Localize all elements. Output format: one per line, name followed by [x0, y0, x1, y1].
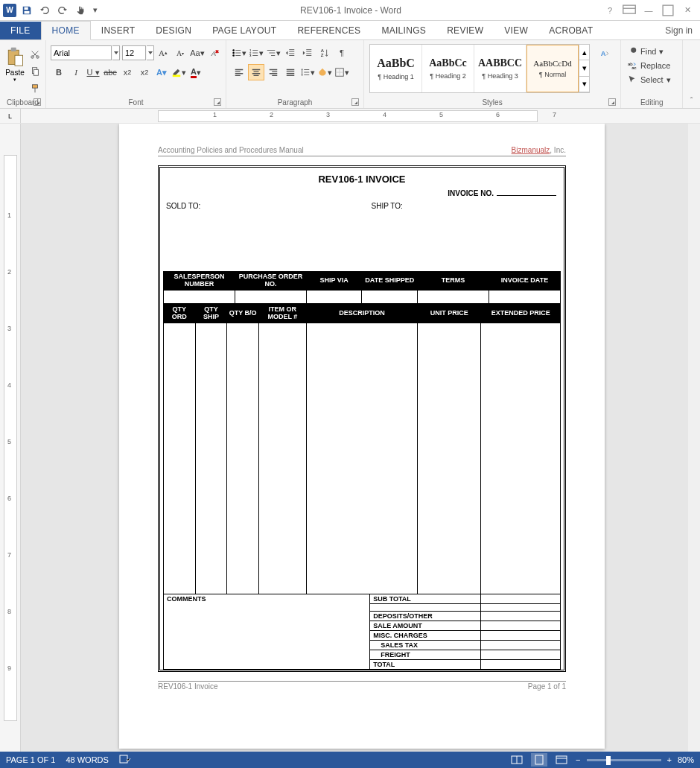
line-spacing-icon[interactable]: ▾ [299, 64, 316, 80]
shading-icon[interactable]: ▾ [316, 64, 333, 80]
font-size-dropdown[interactable] [147, 45, 154, 60]
style-heading3[interactable]: AABBCC¶ Heading 3 [474, 45, 526, 92]
multilevel-list-icon[interactable]: ▾ [265, 45, 281, 61]
vertical-scrollbar[interactable] [688, 124, 700, 752]
qat-customize-icon[interactable]: ▾ [91, 3, 100, 18]
change-styles-icon[interactable]: A [594, 44, 615, 65]
svg-rect-29 [535, 755, 543, 764]
superscript-button[interactable]: x2 [136, 64, 153, 80]
shrink-font-icon[interactable]: A▾ [172, 45, 188, 61]
underline-button[interactable]: U ▾ [85, 64, 101, 80]
font-name-input[interactable] [51, 45, 112, 60]
italic-button[interactable]: I [68, 64, 84, 80]
svg-rect-3 [663, 5, 673, 16]
numbering-icon[interactable]: 123▾ [248, 45, 264, 61]
style-heading1[interactable]: AaBbC¶ Heading 1 [370, 45, 422, 92]
tab-mailings[interactable]: MAILINGS [371, 22, 436, 39]
print-layout-icon[interactable] [531, 753, 547, 767]
align-left-icon[interactable] [231, 64, 247, 80]
qat-undo-icon[interactable] [37, 3, 52, 18]
web-layout-icon[interactable] [553, 753, 570, 767]
grow-font-icon[interactable]: A▴ [155, 45, 171, 61]
page-indicator[interactable]: PAGE 1 OF 1 [6, 755, 55, 764]
spell-check-icon[interactable] [119, 754, 131, 766]
change-case-icon[interactable]: Aa▾ [189, 45, 206, 61]
svg-text:A: A [601, 50, 606, 57]
tab-design[interactable]: DESIGN [145, 22, 202, 39]
subscript-button[interactable]: x2 [119, 64, 136, 80]
font-name-dropdown[interactable] [112, 45, 120, 60]
styles-scroll-up[interactable]: ▴ [579, 45, 589, 60]
show-marks-icon[interactable]: ¶ [334, 45, 350, 61]
tab-view[interactable]: VIEW [494, 22, 538, 39]
text-effects-icon[interactable]: A▾ [153, 64, 170, 80]
zoom-level[interactable]: 80% [678, 755, 694, 764]
bold-button[interactable]: B [51, 64, 67, 80]
help-icon[interactable]: ? [602, 3, 618, 18]
word-count[interactable]: 48 WORDS [66, 755, 108, 764]
tab-references[interactable]: REFERENCES [287, 22, 371, 39]
svg-rect-30 [556, 756, 567, 764]
tab-selector[interactable]: L [0, 109, 21, 123]
paragraph-dialog-launcher[interactable] [351, 98, 359, 106]
align-center-icon[interactable] [248, 64, 264, 80]
tab-page-layout[interactable]: PAGE LAYOUT [202, 22, 287, 39]
borders-icon[interactable]: ▾ [334, 64, 350, 80]
document-page[interactable]: Accounting Policies and Procedures Manua… [119, 124, 605, 749]
ribbon-options-icon[interactable] [621, 3, 637, 18]
zoom-slider[interactable] [587, 759, 661, 761]
sort-icon[interactable]: AZ [316, 45, 333, 61]
align-right-icon[interactable] [265, 64, 281, 80]
replace-button[interactable]: abacReplace [624, 59, 673, 72]
find-button[interactable]: Find ▾ [624, 45, 666, 58]
styles-expand[interactable]: ▾ [579, 77, 589, 92]
paste-button[interactable]: Paste ▾ [3, 45, 27, 84]
justify-icon[interactable] [282, 64, 299, 80]
svg-text:Z: Z [321, 52, 324, 57]
font-size-input[interactable] [122, 45, 146, 60]
qat-touch-mode-icon[interactable] [73, 3, 88, 18]
font-color-icon[interactable]: A▾ [188, 64, 204, 80]
horizontal-ruler[interactable]: L 1 2 3 4 5 6 7 [0, 109, 700, 124]
font-dialog-launcher[interactable] [214, 98, 221, 106]
zoom-in-button[interactable]: + [667, 755, 672, 764]
sign-in-link[interactable]: Sign in [658, 22, 700, 39]
maximize-icon[interactable] [660, 3, 676, 18]
collapse-ribbon-icon[interactable]: ˆ [683, 40, 700, 108]
styles-dialog-launcher[interactable] [608, 98, 616, 106]
tab-home[interactable]: HOME [41, 21, 91, 40]
qat-redo-icon[interactable] [55, 3, 70, 18]
cut-icon[interactable] [27, 46, 43, 63]
styles-scroll-down[interactable]: ▾ [579, 60, 589, 76]
svg-text:3: 3 [249, 54, 252, 57]
strikethrough-button[interactable]: abc [102, 64, 118, 80]
select-button[interactable]: Select ▾ [624, 73, 674, 86]
ribbon: Paste ▾ Clipboard A▴ A▾ Aa▾ A B I [0, 40, 700, 109]
svg-rect-13 [173, 75, 181, 77]
highlight-icon[interactable]: ▾ [171, 64, 187, 80]
page-header: Accounting Policies and Procedures Manua… [158, 146, 566, 156]
zoom-out-button[interactable]: − [576, 755, 580, 764]
style-heading2[interactable]: AaBbCc¶ Heading 2 [422, 45, 474, 92]
qat-save-icon[interactable] [19, 3, 34, 18]
ship-to-label: SHIP TO: [372, 202, 403, 210]
tab-insert[interactable]: INSERT [91, 22, 146, 39]
format-painter-icon[interactable] [27, 80, 43, 97]
close-icon[interactable]: ✕ [679, 3, 696, 18]
tab-acrobat[interactable]: ACROBAT [538, 22, 603, 39]
read-mode-icon[interactable] [509, 753, 525, 767]
bullets-icon[interactable]: ▾ [231, 45, 247, 61]
minimize-icon[interactable]: — [640, 3, 657, 18]
clipboard-dialog-launcher[interactable] [34, 98, 41, 106]
styles-gallery[interactable]: AaBbC¶ Heading 1 AaBbCc¶ Heading 2 AABBC… [369, 44, 590, 93]
style-normal[interactable]: AaBbCcDd¶ Normal [526, 45, 579, 92]
decrease-indent-icon[interactable] [282, 45, 299, 61]
increase-indent-icon[interactable] [299, 45, 316, 61]
svg-rect-5 [11, 48, 16, 51]
clear-formatting-icon[interactable]: A [206, 45, 223, 61]
svg-rect-6 [15, 55, 23, 66]
tab-file[interactable]: FILE [0, 22, 41, 39]
vertical-ruler[interactable]: 1 2 3 4 5 6 7 8 9 [0, 124, 21, 752]
copy-icon[interactable] [27, 63, 43, 80]
tab-review[interactable]: REVIEW [436, 22, 494, 39]
